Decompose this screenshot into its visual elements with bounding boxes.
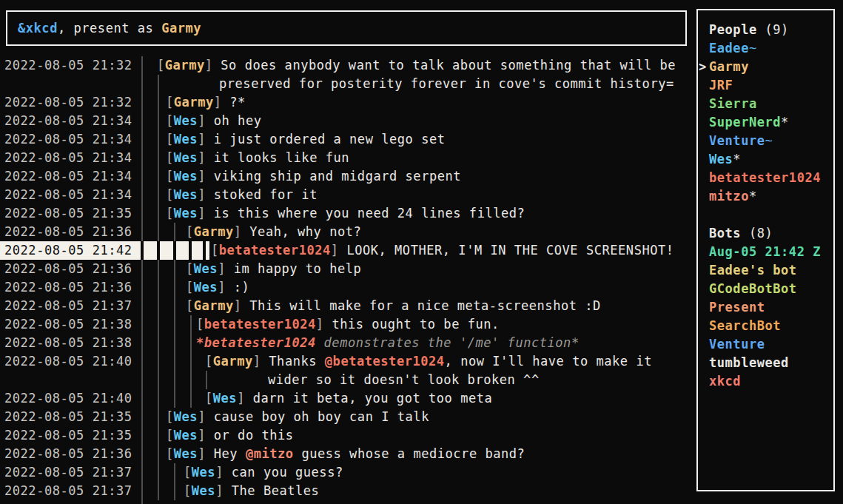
name-bracket: ] <box>198 187 206 202</box>
message-text: [Wes] i just ordered a new lego set <box>166 130 446 149</box>
user-name: mitzo <box>709 189 749 204</box>
sender-name[interactable]: Wes <box>194 280 218 295</box>
user-list-item[interactable]: Wes* <box>709 150 741 169</box>
user-list-item[interactable]: JRF <box>709 76 733 95</box>
sender-name[interactable]: Wes <box>174 409 198 424</box>
user-mention[interactable]: @mitzo <box>246 446 294 461</box>
name-bracket: [ <box>166 95 174 110</box>
message-text: [Wes] :) <box>186 278 249 297</box>
name-bracket: ] <box>198 428 206 443</box>
sender-name[interactable]: Garmy <box>194 298 234 313</box>
message-body: This will make for a nice meta-screensho… <box>242 298 601 313</box>
sender-name[interactable]: Wes <box>194 261 218 276</box>
thread-guide-line <box>190 371 192 389</box>
bot-list-item[interactable]: tumbleweed <box>709 354 789 372</box>
timestamp: 2022-08-05 21:35 <box>4 426 132 445</box>
sender-name[interactable]: Wes <box>174 132 198 147</box>
message-body: it looks like fun <box>206 150 349 165</box>
sender-name[interactable]: Garmy <box>194 224 234 239</box>
timestamp: 2022-08-05 21:38 <box>4 315 132 334</box>
thread-guide-line <box>190 334 192 352</box>
thread-guide-line <box>158 297 159 315</box>
name-bracket: ] <box>198 446 206 461</box>
sender-name[interactable]: Wes <box>174 206 198 221</box>
bot-list-item[interactable]: GCodeBotBot <box>709 280 797 298</box>
sender-name[interactable]: Wes <box>213 391 237 406</box>
sender-name[interactable]: betatester1024 <box>204 317 316 332</box>
user-list-item[interactable]: betatester1024 <box>709 169 821 187</box>
user-list-panel: People (9) Bots (8) Eadee~>GarmyJRFSierr… <box>696 9 835 491</box>
thread-guide-line <box>190 352 192 371</box>
name-bracket: [ <box>205 354 213 369</box>
thread-guide-line <box>174 352 175 371</box>
message-text: [betatester1024] LOOK, MOTHER, I'M IN TH… <box>211 241 674 260</box>
thread-guide-line <box>158 204 159 223</box>
message-body: So does anybody want to talk about somet… <box>213 58 676 73</box>
bot-name: Present <box>709 300 765 315</box>
user-name: Wes <box>709 152 733 167</box>
message-body: stoked for it <box>206 187 318 202</box>
user-list-item[interactable]: Venture~ <box>709 132 773 150</box>
timestamp: 2022-08-05 21:36 <box>4 223 132 241</box>
bot-list-item[interactable]: Aug-05 21:42 Z <box>709 243 821 261</box>
name-bracket: ] <box>218 280 226 295</box>
sender-name[interactable]: betatester1024 <box>219 243 331 258</box>
user-list-item[interactable]: Eadee~ <box>709 39 757 58</box>
thread-guide-line <box>174 463 175 482</box>
sender-name[interactable]: Wes <box>174 169 198 184</box>
message-body: Yeah, why not? <box>242 224 362 239</box>
name-bracket: [ <box>166 150 174 165</box>
thread-guide-line <box>174 223 175 241</box>
user-list-item[interactable]: mitzo* <box>709 187 757 206</box>
user-list-item[interactable]: Sierra <box>709 95 757 113</box>
sender-name[interactable]: Wes <box>174 187 198 202</box>
timestamp: 2022-08-05 21:40 <box>4 352 132 371</box>
thread-guide-line <box>158 186 159 204</box>
bot-name: tumbleweed <box>709 355 789 370</box>
bot-name: GCodeBotBot <box>709 281 797 296</box>
sender-name[interactable]: Garmy <box>213 354 253 369</box>
message-body: Hey <box>206 446 246 461</box>
sender-name[interactable]: Wes <box>192 465 215 480</box>
bot-list-item[interactable]: Venture <box>709 335 765 354</box>
message-text: [betatester1024] this ought to be fun. <box>196 315 500 334</box>
message-text: [Wes] stoked for it <box>166 186 318 204</box>
message-body: :) <box>226 280 249 295</box>
bots-section-title: Bots (8) <box>709 224 773 243</box>
sender-name[interactable]: Wes <box>174 428 198 443</box>
bot-list-item[interactable]: xkcd <box>709 372 741 391</box>
timestamp: 2022-08-05 21:35 <box>4 204 132 223</box>
sender-name[interactable]: Garmy <box>165 58 205 73</box>
message-body: i just ordered a new lego set <box>206 132 446 147</box>
name-bracket: [ <box>211 243 219 258</box>
name-bracket: ] <box>198 409 206 424</box>
name-bracket: [ <box>196 317 204 332</box>
user-mention[interactable]: @betatester1024 <box>325 354 445 369</box>
thread-guide-line <box>158 352 159 371</box>
message-text: [Garmy] Thanks @betatester1024, now I'll… <box>205 352 652 371</box>
name-bracket: ] <box>214 95 222 110</box>
message-text: [Wes] cause boy oh boy can I talk <box>166 408 429 426</box>
thread-guide-line <box>158 315 159 334</box>
timestamp: 2022-08-05 21:37 <box>4 482 132 500</box>
sender-name[interactable]: Wes <box>174 150 198 165</box>
message-text: [Wes] darn it beta, you got too meta <box>205 389 492 408</box>
sender-name[interactable]: Wes <box>192 483 215 498</box>
name-bracket: ] <box>198 113 206 128</box>
bot-name: Aug-05 21:42 Z <box>709 244 821 259</box>
sender-name[interactable]: Garmy <box>174 95 214 110</box>
sender-name[interactable]: Wes <box>174 446 198 461</box>
bot-list-item[interactable]: Eadee's bot <box>709 261 797 280</box>
bot-list-item[interactable]: Present <box>709 298 765 317</box>
user-list-item[interactable]: SuperNerd* <box>709 113 789 132</box>
message-body: LOOK, MOTHER, I'M IN THE COVE SCREENSHOT… <box>339 243 674 258</box>
message-body: , now I'll have to make it <box>445 354 652 369</box>
sender-name[interactable]: Wes <box>174 113 198 128</box>
user-status-suffix: * <box>781 115 789 130</box>
name-bracket: [ <box>184 483 192 498</box>
thread-guide-line <box>206 371 207 389</box>
user-list-item[interactable]: Garmy <box>709 58 749 76</box>
thread-guide-line <box>158 112 159 130</box>
name-bracket: [ <box>166 113 174 128</box>
bot-list-item[interactable]: SearchBot <box>709 317 781 335</box>
